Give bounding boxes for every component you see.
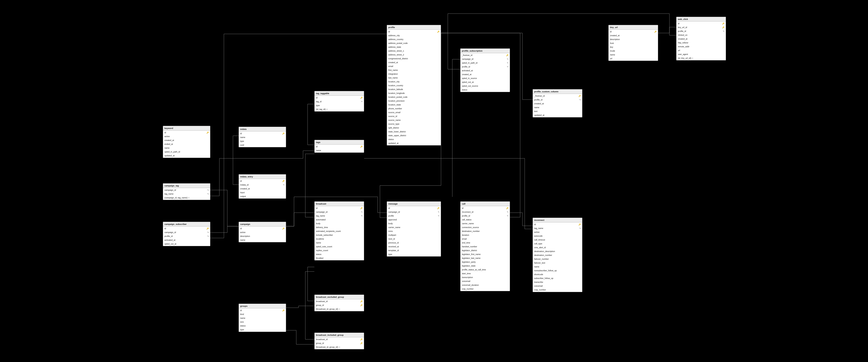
column-subscriber-follow-up[interactable]: subscriber_follow_up <box>533 276 582 280</box>
column-campaign-id[interactable]: campaign_id <box>461 57 510 61</box>
column--fivetran-id[interactable]: _fivetran_id <box>461 53 510 57</box>
column-id[interactable]: id <box>239 131 286 135</box>
column-name[interactable]: name <box>239 135 286 139</box>
column-id[interactable]: id <box>677 22 726 26</box>
column-failover-number[interactable]: failover_number <box>533 257 582 261</box>
entity-call[interactable]: callidmconnect_idprofile_idcall_statusca… <box>460 201 510 291</box>
column-profile-id[interactable]: profile_id <box>461 214 510 218</box>
column-opted-out-source[interactable]: opted_out_source <box>461 84 510 88</box>
column-ended-at[interactable]: ended_at <box>163 142 210 146</box>
column-id[interactable]: id <box>315 96 364 100</box>
column-transcription[interactable]: transcription <box>461 276 510 279</box>
column-location-precision[interactable]: location_precision <box>387 99 441 103</box>
column-template-id[interactable]: template_id <box>387 249 441 252</box>
column-user-agent[interactable]: user_agent <box>677 53 726 56</box>
column-email[interactable]: email <box>461 237 510 241</box>
column-id[interactable]: id <box>163 130 210 134</box>
column-mode[interactable]: mode <box>609 49 658 53</box>
column-name[interactable]: name <box>163 146 210 150</box>
column-connection-source[interactable]: connection_source <box>461 225 510 230</box>
column-status[interactable]: status <box>239 324 286 328</box>
column-name[interactable]: name <box>533 105 582 110</box>
column-created-at[interactable]: created_at <box>163 139 210 142</box>
column-name[interactable]: name <box>533 265 582 269</box>
column-location-latitude[interactable]: location_latitude <box>387 88 441 91</box>
column-profile-id[interactable]: profile_id <box>461 65 510 69</box>
column-voip-number[interactable]: voip_number <box>533 288 582 292</box>
column-name[interactable]: name <box>315 241 364 245</box>
column-clicked-on[interactable]: clicked_on <box>677 33 726 37</box>
column-voicemail[interactable]: voicemail <box>461 279 510 283</box>
column-id[interactable]: id <box>387 30 441 34</box>
column-state-lower-district[interactable]: state_lower_district <box>387 130 441 134</box>
column-source-id[interactable]: source_id <box>387 115 441 118</box>
column-voicemail-duration[interactable]: voicemail_duration <box>461 283 510 287</box>
column-id[interactable]: id <box>239 179 286 183</box>
column-type[interactable]: type <box>239 328 286 332</box>
column-received-at[interactable]: received_at <box>387 245 441 249</box>
column-delivery-time[interactable]: delivery_time <box>315 225 364 230</box>
column-mms[interactable]: mms <box>387 230 441 233</box>
entity-mdata[interactable]: mdataidnametypeuuid <box>239 127 286 147</box>
column-url[interactable]: url <box>609 57 658 61</box>
column-group-id[interactable]: group_id <box>315 341 364 345</box>
column-created-at[interactable]: created_at <box>239 187 286 191</box>
column-updated-at[interactable]: updated_at <box>387 142 441 145</box>
column-status[interactable]: status <box>461 88 510 92</box>
column-address-city[interactable]: address_city <box>387 34 441 37</box>
column-activated-at[interactable]: activated_at <box>163 238 210 242</box>
column-profile[interactable]: profile <box>387 214 441 218</box>
column-profile-id[interactable]: profile_id <box>533 98 582 102</box>
column-carrier-name[interactable]: carrier_name <box>387 225 441 230</box>
column-autocode[interactable]: autocode <box>533 234 582 238</box>
column-location-city[interactable]: location_city <box>387 80 441 84</box>
column-legislator-last-name[interactable]: legislator_last_name <box>461 257 510 260</box>
column-location-longitude[interactable]: location_longitude <box>387 91 441 95</box>
column-legislator-party[interactable]: legislator_party <box>461 260 510 264</box>
entity-tag_taggable[interactable]: tag_taggableidtag_idtype(id, tag_id) <box>314 91 364 112</box>
column-location-state[interactable]: location_state <box>387 103 441 107</box>
column-include-subscriber[interactable]: include_subscriber <box>315 233 364 237</box>
column-opted-out-at[interactable]: opted_out_at <box>163 242 210 246</box>
entity-broadcast_excluded_group[interactable]: broadcast_excluded_groupbroadcast_idgrou… <box>314 295 364 311</box>
column-active[interactable]: active <box>239 231 286 234</box>
column-status[interactable]: status <box>315 252 364 257</box>
column-opted-in-path-id[interactable]: opted_in_path_id <box>461 61 510 65</box>
column-approved[interactable]: approved <box>387 218 441 222</box>
column-tag-name[interactable]: tag_name <box>163 192 210 196</box>
column-active[interactable]: active <box>533 230 582 234</box>
column-phone-number[interactable]: phone_number <box>387 107 441 111</box>
column-id[interactable]: id <box>239 308 286 312</box>
column--id-tiny-url-id-[interactable]: (id, tiny_url_id) <box>677 56 726 60</box>
column-destination-description[interactable]: destination_description <box>533 249 582 253</box>
column-duration[interactable]: duration <box>461 233 510 237</box>
entity-mdata_entry[interactable]: mdata_entryidmdata_idcreated_atinputoutp… <box>239 174 286 199</box>
column-source-email[interactable]: source_email <box>387 111 441 115</box>
column-opted-in-path-id[interactable]: opted_in_path_id <box>163 150 210 154</box>
column-id[interactable]: id <box>163 227 210 231</box>
column-created-at[interactable]: created_at <box>461 72 510 77</box>
column-id[interactable]: id <box>533 222 582 227</box>
column-address-street-1[interactable]: address_street_1 <box>387 49 441 53</box>
column-campaign-id[interactable]: campaign_id <box>315 210 364 214</box>
entity-web_click[interactable]: web_clickidtiny_url_idprofile_idclicked_… <box>676 17 726 60</box>
column-kind[interactable]: kind <box>239 312 286 316</box>
column-campaign-id[interactable]: campaign_id <box>163 231 210 234</box>
column-text[interactable]: text <box>533 110 582 113</box>
entity-broadcast_included_group[interactable]: broadcast_included_groupbroadcast_idgrou… <box>314 333 364 349</box>
column-body[interactable]: body <box>315 222 364 225</box>
column-automated[interactable]: automated <box>315 218 364 222</box>
column-id[interactable]: id <box>387 206 441 210</box>
column-end-time[interactable]: end_time <box>461 241 510 245</box>
column-first-name[interactable]: first_name <box>387 68 441 72</box>
column-id[interactable]: id <box>609 30 658 34</box>
column-location-country[interactable]: location_country <box>387 84 441 88</box>
entity-campaign[interactable]: campaignidactivedescriptionname <box>239 222 286 242</box>
column-destination-number[interactable]: destination_number <box>533 253 582 257</box>
column-estimated-recipients-count[interactable]: estimated_recipients_count <box>315 230 364 233</box>
column-created-at[interactable]: created_at <box>533 102 582 105</box>
entity-message[interactable]: messageidcampaign_idprofileapprovedbodyc… <box>387 201 441 257</box>
entity-broadcast[interactable]: broadcastidcampaign_idtag_nameautomatedb… <box>314 201 364 261</box>
column-campaign-id[interactable]: campaign_id <box>387 210 441 214</box>
column-shortcode[interactable]: shortcode <box>533 273 582 276</box>
